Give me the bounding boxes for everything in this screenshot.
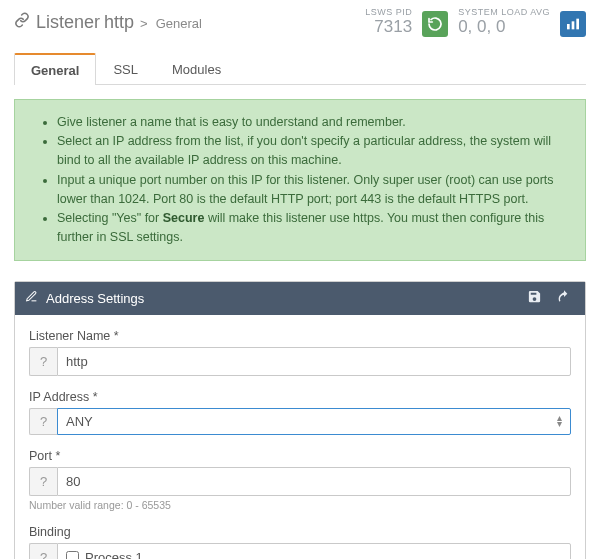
chevron-right-icon: > (140, 16, 148, 31)
help-box: Give listener a name that is easy to und… (14, 99, 586, 261)
help-icon[interactable]: ? (29, 408, 57, 435)
port-label: Port * (29, 449, 571, 463)
tab-ssl[interactable]: SSL (96, 53, 155, 84)
status-load: SYSTEM LOAD AVG 0, 0, 0 (458, 8, 550, 37)
breadcrumb: General (156, 16, 202, 31)
link-icon (14, 12, 30, 32)
help-icon[interactable]: ? (29, 467, 57, 496)
page-header: Listener http > General LSWS PID 7313 SY… (0, 0, 600, 43)
edit-icon (25, 290, 38, 306)
help-item: Input a unique port number on this IP fo… (57, 171, 569, 209)
refresh-button[interactable] (422, 11, 448, 37)
panel-header: Address Settings (15, 282, 585, 315)
help-item: Give listener a name that is easy to und… (57, 113, 569, 132)
field-listener-name: Listener Name * ? (29, 329, 571, 376)
svg-rect-2 (576, 18, 579, 29)
listener-name-label: Listener Name * (29, 329, 571, 343)
title-main: http (104, 12, 134, 33)
tab-bar: General SSL Modules (14, 53, 586, 85)
stats-button[interactable] (560, 11, 586, 37)
load-value: 0, 0, 0 (458, 18, 505, 37)
address-settings-panel: Address Settings Listener Name * ? IP Ad… (14, 281, 586, 559)
ip-select[interactable]: ANY ▴▾ (57, 408, 571, 435)
field-ip-address: IP Address * ? ANY ▴▾ (29, 390, 571, 435)
field-port: Port * ? Number valid range: 0 - 65535 (29, 449, 571, 511)
binding-checkbox-input[interactable] (66, 551, 79, 559)
ip-value: ANY (66, 414, 557, 429)
back-button[interactable] (553, 289, 575, 308)
binding-checkbox[interactable]: Process 1 (66, 550, 143, 559)
port-input[interactable] (57, 467, 571, 496)
chevron-updown-icon: ▴▾ (557, 415, 562, 427)
field-binding: Binding ? Process 1 (29, 525, 571, 559)
help-icon[interactable]: ? (29, 347, 57, 376)
title-prefix: Listener (36, 12, 100, 33)
tab-modules[interactable]: Modules (155, 53, 238, 84)
svg-rect-1 (572, 21, 575, 29)
help-item: Selecting "Yes" for Secure will make thi… (57, 209, 569, 247)
help-icon[interactable]: ? (29, 543, 57, 559)
pid-value: 7313 (374, 18, 412, 37)
panel-body: Listener Name * ? IP Address * ? ANY ▴▾ … (15, 315, 585, 559)
tab-general[interactable]: General (14, 53, 96, 85)
binding-label: Binding (29, 525, 571, 539)
panel-title: Address Settings (46, 291, 516, 306)
save-button[interactable] (524, 289, 545, 307)
ip-label: IP Address * (29, 390, 571, 404)
help-item: Select an IP address from the list, if y… (57, 132, 569, 170)
status-pid: LSWS PID 7313 (365, 8, 412, 37)
binding-option-label: Process 1 (85, 550, 143, 559)
listener-name-input[interactable] (57, 347, 571, 376)
page-title: Listener http > General (36, 12, 359, 33)
svg-rect-0 (567, 24, 570, 29)
status-area: LSWS PID 7313 SYSTEM LOAD AVG 0, 0, 0 (365, 8, 586, 37)
port-hint: Number valid range: 0 - 65535 (29, 499, 571, 511)
